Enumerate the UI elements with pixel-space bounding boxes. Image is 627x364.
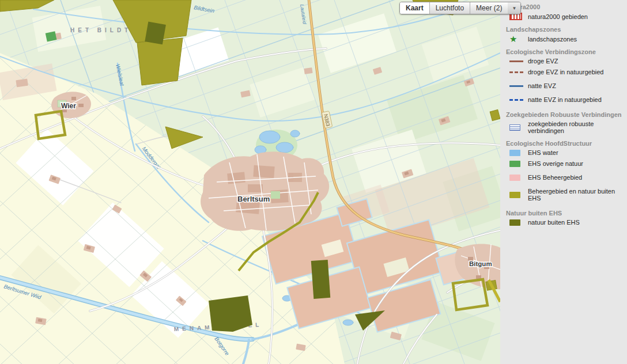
ehs-overige-natuur-swatch xyxy=(509,161,520,167)
map-label-het-bildt: HET BILDT xyxy=(70,27,131,33)
legend-item-label: droge EVZ xyxy=(528,58,558,65)
ehs-beheergebied-swatch xyxy=(509,175,520,181)
legend-item-droge-evz-natuur: droge EVZ in natuurgebied xyxy=(509,69,625,75)
legend-item-droge-evz: droge EVZ xyxy=(509,58,625,65)
legend-item-label: EHS overige natuur xyxy=(528,160,583,167)
legend-header-natura2000: Natura2000 xyxy=(506,3,625,10)
star-icon: ★ xyxy=(509,35,517,43)
legend-item-label: natuur buiten EHS xyxy=(528,219,580,226)
legend-header-landschapszones: Landschapszones xyxy=(506,26,625,33)
legend-item-label: natte EVZ in natuurgebied xyxy=(528,96,602,103)
map-label-wier: Wier xyxy=(61,102,76,110)
legend-item-label: landschapszones xyxy=(528,36,577,43)
legend-header-ehs: Ecologische HoofdStructuur xyxy=(506,140,625,147)
legend-item-ehs-overige: EHS overige natuur xyxy=(509,160,625,167)
basemap-meer-button[interactable]: Meer (2) xyxy=(470,2,508,14)
legend-item-label: EHS Beheergebied xyxy=(528,174,582,181)
solid-line-brown-icon xyxy=(509,60,523,62)
map-label-bitgum: Bitgum xyxy=(469,260,492,267)
legend-item-natte-evz: natte EVZ xyxy=(509,82,625,89)
map-canvas[interactable]: HET BILDT MENAMERADIEL Moddergat Berltsu… xyxy=(0,0,500,364)
dashed-line-blue-icon xyxy=(509,99,523,101)
legend-item-label: EHS water xyxy=(528,149,558,156)
natuur-buiten-ehs-swatch xyxy=(509,219,520,226)
legend-panel: Natura2000 natura2000 gebieden Landschap… xyxy=(500,0,627,364)
legend-item-natura2000: natura2000 gebieden xyxy=(509,13,625,20)
legend-item-label: zoekgebieden robuuste verbindingen xyxy=(528,120,625,134)
legend-item-ehs-beheergebied: EHS Beheergebied xyxy=(509,174,625,181)
legend-item-natte-evz-natuur: natte EVZ in natuurgebied xyxy=(509,96,625,103)
ehs-water-swatch xyxy=(509,150,520,156)
map-label-berltsum: Berltsum xyxy=(237,195,270,203)
legend-item-landschapszones: ★ landschapszones xyxy=(509,35,625,43)
legend-item-ehs-water: EHS water xyxy=(509,149,625,156)
legend-item-label: natura2000 gebieden xyxy=(528,13,588,20)
legend-header-evz: Ecologische Verbindingszone xyxy=(506,48,625,55)
basemap-luchtfoto-button[interactable]: Luchtfoto xyxy=(430,2,470,14)
basemap-kaart-button[interactable]: Kaart xyxy=(400,2,430,14)
map-viewer: HET BILDT MENAMERADIEL Moddergat Berltsu… xyxy=(0,0,627,364)
legend-header-zoekgebieden: Zoekgebieden Robuuste Verbindingen xyxy=(506,111,625,118)
legend-item-natuur-buiten-ehs: natuur buiten EHS xyxy=(509,219,625,226)
legend-item-zoekgebieden: zoekgebieden robuuste verbindingen xyxy=(509,120,625,134)
chevron-down-icon: ▼ xyxy=(512,6,516,11)
legend-item-label: Beheergebied en natuur buiten EHS xyxy=(528,188,625,202)
legend-header-natuur-buiten-ehs: Natuur buiten EHS xyxy=(506,210,625,217)
beheer-natuur-buiten-ehs-swatch xyxy=(509,192,520,198)
legend-item-beheer-natuur-buiten-ehs: Beheergebied en natuur buiten EHS xyxy=(509,188,625,202)
legend-item-label: droge EVZ in natuurgebied xyxy=(528,69,603,75)
legend-item-label: natte EVZ xyxy=(528,82,556,89)
solid-line-blue-icon xyxy=(509,85,523,87)
dashed-line-brown-icon xyxy=(509,71,523,73)
basemap-switcher: Kaart Luchtfoto Meer (2) ▼ xyxy=(399,2,521,14)
basemap-dropdown-button[interactable]: ▼ xyxy=(508,2,520,14)
map-svg: HET BILDT MENAMERADIEL Moddergat Berltsu… xyxy=(0,0,500,364)
horizontal-lines-icon xyxy=(509,124,520,131)
